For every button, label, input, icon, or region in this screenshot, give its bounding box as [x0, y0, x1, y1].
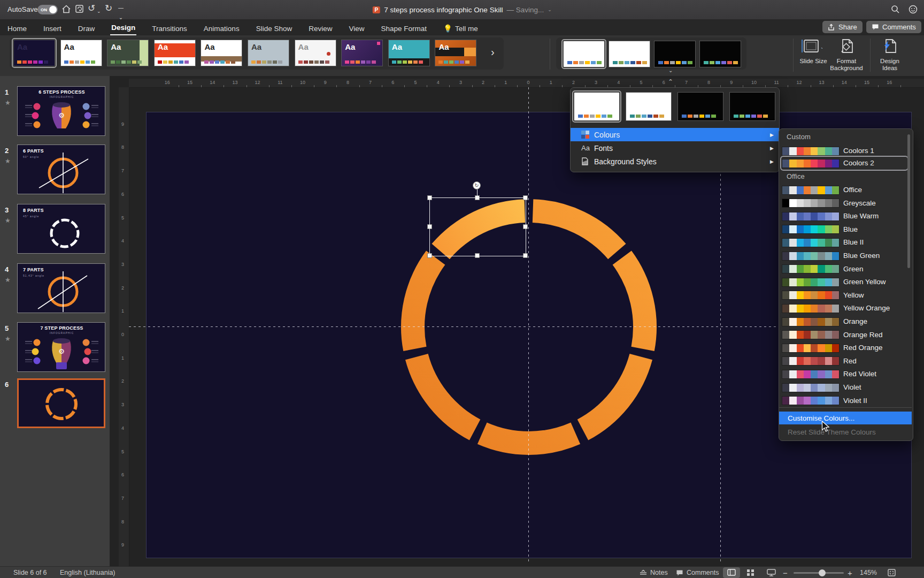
colour-scheme-yellow-swatches[interactable] [782, 291, 840, 300]
tab-shape-format[interactable]: Shape Format [380, 21, 428, 35]
colour-scheme-blue-ii[interactable]: Blue II [843, 238, 864, 246]
shape-selection-box[interactable] [429, 197, 526, 256]
colour-scheme-greyscale[interactable]: Greyscale [843, 199, 876, 207]
notes-button[interactable]: Notes [640, 569, 668, 576]
zoom-slider-handle[interactable] [819, 569, 826, 576]
format-background-button[interactable]: Format Background [828, 39, 865, 72]
donut-segment[interactable] [533, 211, 617, 252]
colour-scheme-coolors-2-swatches[interactable] [782, 159, 840, 168]
customise-colours-item[interactable]: Customise Colours... [779, 412, 912, 424]
colour-scheme-violet[interactable]: Violet [843, 383, 861, 391]
colour-scheme-blue-green[interactable]: Blue Green [843, 252, 880, 260]
colour-scheme-green-swatches[interactable] [782, 264, 840, 273]
account-smiley-icon[interactable] [908, 5, 918, 16]
slide-size-button[interactable]: ⌄ Slide Size [797, 39, 830, 65]
tab-tell-me[interactable]: 💡Tell me [442, 21, 479, 35]
colour-scheme-green[interactable]: Green [843, 265, 864, 273]
colour-scheme-blue-swatches[interactable] [782, 225, 840, 234]
colour-scheme-red-violet[interactable]: Red Violet [843, 370, 876, 378]
slide-thumbnail-3[interactable]: 8 PARTS45° angle [17, 204, 105, 254]
slide-sorter-view-button[interactable] [746, 569, 754, 578]
colour-scheme-coolors-1-swatches[interactable] [782, 147, 840, 156]
language-indicator[interactable]: English (Lithuania) [60, 569, 116, 576]
menu-item-background-styles[interactable]: Background Styles▶ [571, 155, 779, 168]
donut-segment[interactable] [583, 357, 641, 430]
colour-scheme-orange-swatches[interactable] [782, 317, 840, 326]
colour-scheme-yellow-orange-swatches[interactable] [782, 304, 840, 313]
tab-design[interactable]: Design [110, 20, 136, 35]
slideshow-view-button[interactable] [767, 569, 776, 578]
colour-scheme-coolors-2[interactable]: Coolors 2 [843, 159, 874, 167]
colour-scheme-office[interactable]: Office [843, 186, 862, 194]
colour-scheme-blue-ii-swatches[interactable] [782, 238, 840, 247]
theme-thumbnail-teal[interactable]: Aa [388, 40, 430, 66]
menu-variant-light-office[interactable] [574, 92, 620, 121]
donut-segment[interactable] [413, 258, 436, 349]
redo-icon[interactable]: ↻ [105, 4, 112, 13]
design-ideas-button[interactable]: Design Ideas [874, 39, 906, 72]
menu-item-colours[interactable]: Colours▶ [571, 128, 779, 141]
tab-review[interactable]: Review [307, 21, 333, 35]
colour-scheme-red-orange-swatches[interactable] [782, 344, 840, 353]
menu-variant-dark-cool[interactable] [729, 92, 775, 121]
share-button[interactable]: Share [822, 21, 863, 33]
colour-scheme-greyscale-swatches[interactable] [782, 199, 840, 208]
slide-thumbnail-6[interactable] [17, 378, 105, 428]
slide-thumbnail-1[interactable]: ⚙6 STEPS PROCESSINFOGRAPHIC [17, 86, 105, 136]
autosave-toggle[interactable]: ON [37, 5, 58, 14]
slide-thumbnail-4[interactable]: 7 PARTS51,43° angle [17, 263, 105, 313]
colour-scheme-orange-red[interactable]: Orange Red [843, 331, 883, 339]
colour-scheme-coolors-1[interactable]: Coolors 1 [843, 147, 874, 155]
undo-chevron-icon[interactable]: ⌄ [97, 6, 101, 16]
donut-segment[interactable] [417, 357, 475, 430]
colour-scheme-orange[interactable]: Orange [843, 317, 867, 325]
vertical-ruler[interactable]: 9876543210123456789 [119, 87, 129, 566]
vertical-guide-center[interactable] [528, 87, 529, 563]
tab-transitions[interactable]: Transitions [151, 21, 188, 35]
theme-thumbnail-bluegray[interactable]: Aa [248, 40, 289, 66]
theme-thumbnail-purple-dark[interactable]: Aa [341, 40, 383, 66]
theme-thumbnail-ornate-light[interactable]: Aa [295, 40, 336, 66]
slide-thumbnail-5[interactable]: ⚙7 STEP PROCESSINFOGRAPHIC [17, 322, 105, 372]
tab-view[interactable]: View [348, 21, 365, 35]
zoom-out-button[interactable]: − [783, 568, 788, 577]
zoom-level[interactable]: 145% [860, 569, 877, 576]
document-title[interactable]: 7 steps process infographic One Skill [384, 6, 503, 14]
tab-slide-show[interactable]: Slide Show [255, 21, 294, 35]
colour-scheme-blue-green-swatches[interactable] [782, 252, 840, 261]
colour-scheme-blue[interactable]: Blue [843, 225, 858, 233]
ribbon-variant-light-green[interactable] [609, 41, 650, 67]
ribbon-variant-light-office[interactable] [563, 41, 605, 67]
theme-gallery-next-icon[interactable]: › [491, 46, 495, 58]
colour-scheme-violet-ii[interactable]: Violet II [843, 397, 867, 405]
fit-to-window-button[interactable] [888, 569, 896, 578]
theme-thumbnail-green-dark[interactable]: Aa [107, 40, 149, 66]
theme-thumbnail-photo-light[interactable]: Aa [201, 40, 242, 66]
home-icon[interactable] [61, 4, 71, 16]
colour-scheme-yellow[interactable]: Yellow [843, 291, 864, 299]
comments-button[interactable]: Comments [866, 21, 921, 33]
donut-segment[interactable] [622, 258, 645, 349]
ribbon-variant-dark-office[interactable] [654, 41, 696, 67]
variant-more-chevron-icon[interactable]: ⌄ [668, 67, 673, 73]
colour-scheme-blue-warm[interactable]: Blue Warm [843, 212, 879, 220]
theme-thumbnail-red-banner[interactable]: Aa [154, 40, 196, 66]
donut-segment[interactable] [482, 434, 576, 443]
colour-scheme-green-yellow[interactable]: Green Yellow [843, 278, 886, 286]
zoom-in-button[interactable]: + [848, 568, 852, 577]
tab-insert[interactable]: Insert [42, 21, 63, 35]
title-chevron-icon[interactable]: ⌄ [548, 7, 552, 12]
submenu-scrollbar[interactable] [907, 134, 910, 268]
save-icon[interactable] [75, 4, 84, 16]
tab-home[interactable]: Home [6, 21, 28, 35]
colour-scheme-red-orange[interactable]: Red Orange [843, 344, 883, 352]
colour-scheme-red[interactable]: Red [843, 357, 857, 365]
normal-view-button[interactable] [723, 567, 740, 578]
search-icon[interactable] [891, 5, 900, 16]
colour-scheme-red-violet-swatches[interactable] [782, 370, 840, 379]
colour-scheme-red-swatches[interactable] [782, 356, 840, 366]
slide-thumbnail-2[interactable]: 6 PARTS60° angle [17, 144, 105, 194]
rotation-handle[interactable]: ↻ [473, 181, 481, 189]
theme-thumbnail-orange-dark[interactable]: Aa [435, 40, 476, 66]
menu-variant-dark-office[interactable] [677, 92, 723, 121]
